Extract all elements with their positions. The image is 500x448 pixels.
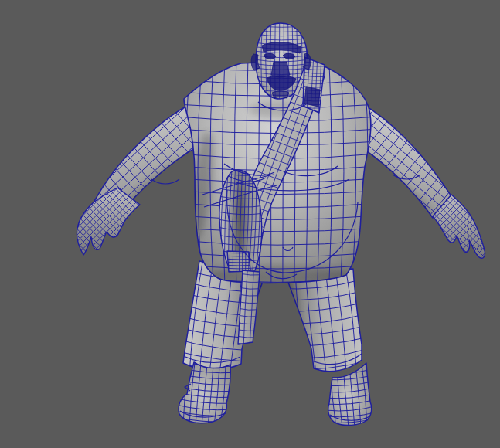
chin-crease xyxy=(272,91,289,98)
shoulder-buckle xyxy=(304,87,320,107)
part-buckle xyxy=(227,251,250,272)
viewport[interactable] xyxy=(0,0,500,448)
model-wireframe-render xyxy=(0,0,500,448)
nose xyxy=(271,62,290,77)
